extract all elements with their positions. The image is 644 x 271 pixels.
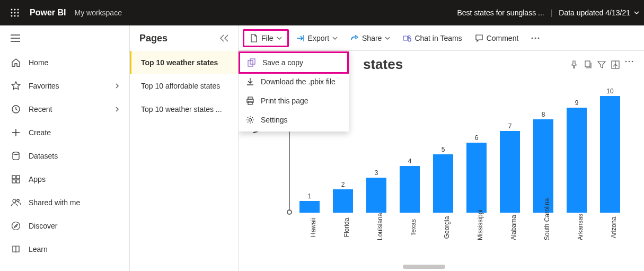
chevron-right-icon <box>114 107 120 112</box>
pages-pane: Pages Top 10 weather states Top 10 affor… <box>130 25 239 271</box>
nav-shared[interactable]: Shared with me <box>0 191 129 214</box>
nav-learn[interactable]: Learn <box>0 238 129 261</box>
chevron-down-icon <box>332 36 338 41</box>
report-canvas: File Export Share Chat in Teams Comment <box>239 25 644 271</box>
svg-rect-30 <box>248 97 252 99</box>
nav-label: Shared with me <box>29 198 80 207</box>
brand-label[interactable]: Power BI <box>30 8 66 18</box>
save-copy-item[interactable]: Save a copy <box>239 51 349 74</box>
svg-rect-23 <box>403 36 408 40</box>
share-menu-button[interactable]: Share <box>345 31 395 46</box>
save-copy-label: Save a copy <box>262 58 303 67</box>
book-icon <box>11 244 21 254</box>
page-tab-weather-2[interactable]: Top 10 weather states ... <box>130 98 238 121</box>
svg-point-25 <box>532 37 533 39</box>
collapse-pane-icon[interactable] <box>220 34 228 42</box>
bar-value-label: 9 <box>575 99 579 107</box>
bar-value-label: 2 <box>341 181 345 188</box>
svg-point-20 <box>13 199 16 203</box>
chevron-down-icon <box>633 10 640 16</box>
nav-favorites[interactable]: Favorites <box>0 74 129 98</box>
horizontal-scrollbar[interactable] <box>403 265 445 269</box>
svg-point-4 <box>14 12 16 14</box>
chevron-down-icon <box>277 36 282 41</box>
file-label: File <box>261 34 274 42</box>
workspace-label[interactable]: My workspace <box>74 8 121 17</box>
nav-recent[interactable]: Recent <box>0 98 129 121</box>
clock-icon <box>11 104 21 114</box>
focus-icon[interactable] <box>611 60 620 69</box>
pages-title: Pages <box>139 33 167 44</box>
axis-handle-bottom[interactable] <box>287 209 292 215</box>
bar-value-label: 5 <box>442 146 445 153</box>
pin-icon[interactable] <box>570 60 578 69</box>
home-icon <box>11 58 21 67</box>
nav-label: Learn <box>29 245 48 253</box>
download-pbix-item[interactable]: Download the .pbix file <box>239 72 349 91</box>
bar-value-label: 10 <box>606 88 613 95</box>
bar[interactable]: 4 <box>397 158 422 213</box>
divider: | <box>551 8 553 17</box>
star-icon <box>11 81 21 91</box>
svg-point-21 <box>17 199 19 202</box>
teams-icon <box>403 34 411 42</box>
data-updated-button[interactable]: Data updated 4/13/21 <box>559 8 640 17</box>
svg-point-0 <box>11 9 13 11</box>
nav-create[interactable]: Create <box>0 121 129 144</box>
app-launcher-icon[interactable] <box>4 2 25 23</box>
bar[interactable]: 6 <box>464 134 489 213</box>
page-tab-affordable[interactable]: Top 10 affordable states <box>130 74 238 98</box>
chevron-down-icon <box>385 36 390 41</box>
more-options-button[interactable] <box>526 34 545 42</box>
bar[interactable]: 3 <box>364 169 389 213</box>
bar[interactable]: 7 <box>497 123 523 213</box>
nav-home[interactable]: Home <box>0 51 129 74</box>
nav-collapse-button[interactable] <box>0 25 129 51</box>
plus-icon <box>11 128 21 137</box>
comment-label: Comment <box>487 34 519 42</box>
bar[interactable]: 8 <box>531 111 556 213</box>
more-icon[interactable] <box>625 60 633 69</box>
chat-teams-button[interactable]: Chat in Teams <box>398 31 467 46</box>
bar-value-label: 1 <box>308 193 312 200</box>
nav-label: Favorites <box>29 82 59 90</box>
svg-point-15 <box>13 152 19 155</box>
filter-icon[interactable] <box>597 60 606 69</box>
svg-point-24 <box>408 36 410 38</box>
bar-value-label: 6 <box>475 134 479 142</box>
print-page-item[interactable]: Print this page <box>239 91 349 110</box>
export-menu-button[interactable]: Export <box>291 31 343 46</box>
file-menu-button[interactable]: File <box>243 29 289 47</box>
share-icon <box>350 34 359 42</box>
nav-label: Datasets <box>29 152 58 160</box>
bar-value-label: 4 <box>408 158 412 165</box>
bar[interactable]: 2 <box>330 181 356 213</box>
comment-button[interactable]: Comment <box>470 31 524 46</box>
bar[interactable]: 9 <box>564 99 589 213</box>
export-icon <box>296 34 305 42</box>
svg-rect-34 <box>585 61 590 67</box>
svg-point-6 <box>11 15 13 17</box>
x-tick-label: Arizona <box>610 215 644 240</box>
settings-item[interactable]: Settings <box>239 110 349 129</box>
bar[interactable]: 1 <box>297 193 322 213</box>
nav-datasets[interactable]: Datasets <box>0 144 129 168</box>
save-copy-icon <box>248 58 256 67</box>
nav-label: Create <box>29 128 51 137</box>
nav-discover[interactable]: Discover <box>0 214 129 238</box>
visual-actions <box>570 60 633 69</box>
download-label: Download the .pbix file <box>261 77 336 86</box>
svg-point-37 <box>629 60 630 62</box>
copy-icon[interactable] <box>584 60 592 69</box>
bar[interactable]: 10 <box>597 88 623 213</box>
nav-apps[interactable]: Apps <box>0 168 129 191</box>
report-title[interactable]: Best states for sunglass ... <box>457 8 544 17</box>
svg-rect-32 <box>248 101 252 104</box>
page-tab-weather[interactable]: Top 10 weather states <box>130 51 238 74</box>
chart-title: states <box>363 56 403 73</box>
print-label: Print this page <box>261 97 308 105</box>
bar[interactable]: 5 <box>430 146 456 213</box>
print-icon <box>246 97 254 105</box>
nav-label: Apps <box>29 175 46 183</box>
svg-point-2 <box>17 9 19 11</box>
